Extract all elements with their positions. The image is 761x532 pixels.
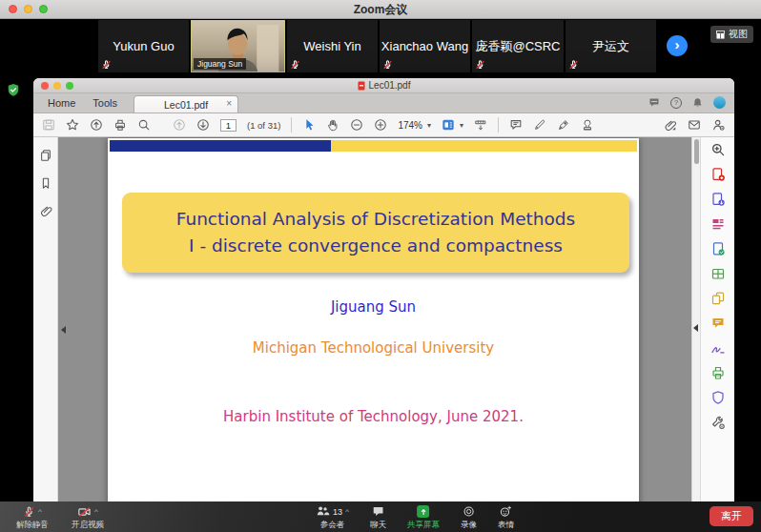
participant-tile-active-speaker[interactable]: Jiguang Sun bbox=[191, 20, 285, 72]
page-number-input[interactable] bbox=[220, 119, 237, 132]
tab-home[interactable]: Home bbox=[39, 97, 84, 113]
minimize-window-button[interactable] bbox=[24, 5, 32, 13]
participants-caret[interactable]: ^ bbox=[345, 508, 349, 516]
chevron-right-icon: › bbox=[675, 36, 680, 52]
pdf-body: Functional Analysis of Discretization Me… bbox=[33, 137, 734, 501]
favorite-star-icon[interactable] bbox=[66, 118, 79, 132]
participant-tile[interactable]: Weishi Yin bbox=[287, 20, 378, 72]
participants-label: 参会者 bbox=[320, 520, 345, 531]
chat-button[interactable]: 聊天 bbox=[370, 504, 386, 531]
document-canvas[interactable]: Functional Analysis of Discretization Me… bbox=[58, 137, 691, 501]
toolbar-divider bbox=[291, 117, 292, 133]
email-icon[interactable] bbox=[688, 118, 701, 132]
next-page-icon[interactable] bbox=[196, 118, 210, 132]
tab-document[interactable]: Lec01.pdf × bbox=[134, 95, 238, 113]
share-screen-label: 共享屏幕 bbox=[407, 520, 440, 531]
zoom-in-icon[interactable] bbox=[374, 118, 387, 132]
pdf-doc-icon bbox=[358, 81, 365, 91]
previous-page-icon[interactable] bbox=[173, 118, 186, 132]
page-fit-dropdown-icon[interactable]: ▾ bbox=[460, 121, 463, 130]
slide-title-line1: Functional Analysis of Discretization Me… bbox=[122, 206, 629, 233]
highlight-pencil-icon[interactable] bbox=[533, 118, 546, 132]
pdf-tabbar: Home Tools Lec01.pdf × ? bbox=[33, 93, 734, 113]
zoom-out-icon[interactable] bbox=[350, 118, 363, 132]
participants-button[interactable]: 13 ^ 参会者 bbox=[316, 504, 349, 531]
record-button[interactable]: 录像 bbox=[461, 504, 477, 531]
tool-protect-icon[interactable] bbox=[710, 390, 726, 405]
zoom-level-value[interactable]: 174% bbox=[398, 120, 422, 131]
muted-mic-icon bbox=[475, 59, 485, 71]
tool-fill-sign-icon[interactable] bbox=[710, 340, 726, 356]
muted-mic-icon bbox=[101, 59, 112, 71]
slide-title-line2: I - discrete convergence and compactness bbox=[122, 233, 629, 259]
tool-more-tools-icon[interactable] bbox=[710, 415, 726, 430]
account-avatar[interactable] bbox=[713, 96, 726, 109]
share-link-icon[interactable] bbox=[663, 118, 677, 132]
collapse-left-panel-arrow[interactable] bbox=[61, 326, 66, 334]
start-video-label: 开启视频 bbox=[72, 520, 104, 531]
notifications-bell-icon[interactable] bbox=[691, 96, 704, 110]
hand-pan-icon[interactable] bbox=[326, 118, 339, 132]
pdf-app-window: Lec01.pdf Home Tools Lec01.pdf × ? bbox=[33, 78, 734, 501]
participant-tile[interactable]: Yukun Guo bbox=[98, 20, 189, 72]
zoom-dropdown-icon[interactable]: ▾ bbox=[427, 121, 431, 130]
participant-name: Xianchao Wang bbox=[381, 39, 468, 53]
pdf-window-title: Lec01.pdf bbox=[369, 78, 411, 92]
tool-comment-icon[interactable] bbox=[710, 316, 726, 331]
tool-scan-ocr-icon[interactable] bbox=[710, 241, 726, 256]
feedback-bubble-icon[interactable] bbox=[648, 96, 661, 109]
participant-tile[interactable]: 庞香颖@CSRC bbox=[472, 20, 564, 72]
help-icon[interactable]: ? bbox=[670, 97, 682, 109]
pdf-zoom-button[interactable] bbox=[66, 82, 73, 90]
share-screen-button[interactable]: 共享屏幕 bbox=[407, 504, 440, 531]
select-pointer-icon[interactable] bbox=[302, 118, 316, 132]
participant-name: 尹运文 bbox=[592, 38, 629, 55]
tool-edit-pdf-icon[interactable] bbox=[710, 216, 726, 232]
participant-tile[interactable]: 尹运文 bbox=[566, 20, 656, 72]
collapse-right-panel-arrow[interactable] bbox=[693, 324, 698, 332]
tool-search-zoom-icon[interactable] bbox=[710, 142, 726, 157]
tool-export-pdf-icon[interactable] bbox=[710, 192, 726, 207]
tab-close-icon[interactable]: × bbox=[226, 98, 232, 109]
next-participants-button[interactable]: › bbox=[667, 35, 688, 56]
meeting-title: Zoom会议 bbox=[0, 0, 761, 19]
participant-tile[interactable]: Xianchao Wang bbox=[380, 20, 470, 72]
video-options-caret[interactable]: ^ bbox=[94, 508, 98, 516]
tool-combine-files-icon[interactable] bbox=[710, 291, 726, 306]
page-fit-icon[interactable] bbox=[442, 118, 455, 132]
scrollbar-thumb[interactable] bbox=[694, 139, 699, 164]
bookmarks-icon[interactable] bbox=[39, 176, 52, 190]
pdf-minimize-button[interactable] bbox=[53, 82, 61, 90]
page-count-label: (1 of 31) bbox=[247, 120, 280, 131]
reactions-label: 表情 bbox=[498, 520, 514, 531]
stamp-icon[interactable] bbox=[581, 118, 594, 132]
share-with-others-icon[interactable] bbox=[711, 118, 726, 132]
comment-icon[interactable] bbox=[509, 118, 523, 132]
attachments-paperclip-icon[interactable] bbox=[39, 204, 52, 217]
fullscreen-window-button[interactable] bbox=[39, 5, 48, 13]
tool-print-production-icon[interactable] bbox=[710, 365, 726, 380]
participant-name: Yukun Guo bbox=[113, 39, 174, 53]
measure-ruler-icon[interactable] bbox=[474, 118, 487, 132]
page-thumbnails-icon[interactable] bbox=[39, 149, 52, 162]
meeting-security-shield-icon[interactable] bbox=[7, 83, 20, 97]
unmute-button[interactable]: ^ 解除静音 bbox=[6, 504, 59, 531]
tab-tools[interactable]: Tools bbox=[84, 97, 126, 113]
pdf-close-button[interactable] bbox=[41, 82, 49, 90]
leave-meeting-button[interactable]: 离开 bbox=[710, 506, 753, 526]
vertical-scrollbar[interactable] bbox=[691, 137, 700, 501]
view-button[interactable]: 视图 bbox=[710, 26, 753, 43]
participant-name: 庞香颖@CSRC bbox=[475, 38, 560, 55]
view-grid-icon bbox=[716, 31, 725, 39]
tool-create-pdf-icon[interactable] bbox=[710, 167, 726, 182]
start-video-button[interactable]: ^ 开启视频 bbox=[61, 504, 114, 531]
close-window-button[interactable] bbox=[9, 5, 17, 13]
search-icon[interactable] bbox=[137, 118, 151, 132]
share-upload-icon[interactable] bbox=[90, 118, 103, 132]
save-icon[interactable] bbox=[42, 118, 55, 132]
reactions-button[interactable]: 表情 bbox=[498, 504, 514, 531]
print-icon[interactable] bbox=[113, 118, 127, 132]
fill-sign-pen-icon[interactable] bbox=[557, 118, 570, 132]
mic-options-caret[interactable]: ^ bbox=[38, 508, 42, 516]
tool-organize-pages-icon[interactable] bbox=[710, 266, 726, 281]
